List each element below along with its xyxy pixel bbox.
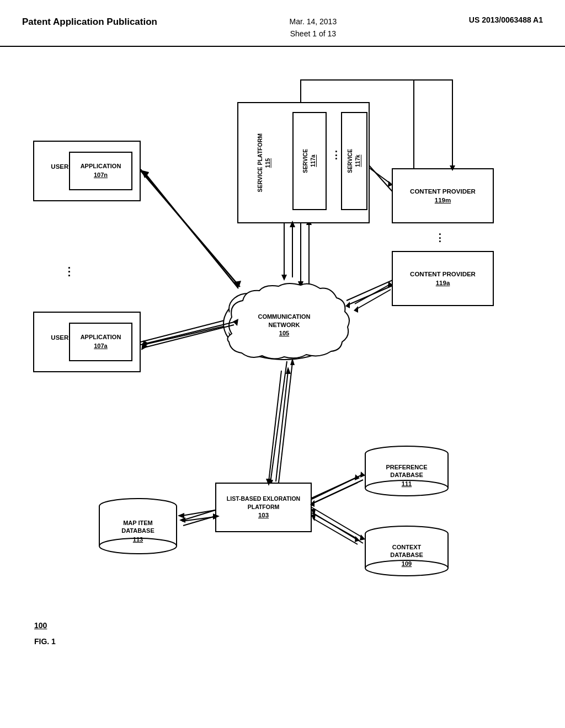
app-top-ref: 107n [94, 172, 108, 178]
svg-line-105 [183, 516, 215, 526]
svg-line-99 [312, 513, 358, 539]
map-item-db-svg: MAP ITEM DATABASE 113 [94, 496, 182, 557]
service-117k-box: SERVICE 117k [341, 112, 367, 210]
preference-db-svg: PREFERENCE DATABASE 111 [359, 444, 455, 499]
lbep-label: LIST-BASED EXLORATION PLATFORM [220, 495, 307, 511]
content-provider-m-box: CONTENT PROVIDER 119m [392, 168, 494, 223]
sheet-info: Mar. 14, 2013 Sheet 1 of 13 [290, 15, 337, 40]
svg-line-85 [145, 173, 238, 288]
svg-text:DATABASE: DATABASE [390, 472, 423, 478]
svg-line-5 [141, 171, 237, 284]
app-bottom-box: APPLICATION 107a [69, 323, 132, 361]
svg-line-83 [141, 169, 236, 285]
app-bottom-label: APPLICATION [81, 333, 121, 341]
fig-label: FIG. 1 [34, 637, 56, 646]
service-platform-text: SERVICE PLATFORM 115 [257, 133, 271, 192]
diagram-area: USER EQUIPMENT (UE) 101n APPLICATION 107… [0, 47, 565, 698]
publication-title: Patent Application Publication [22, 15, 157, 29]
lbep-ref: 103 [258, 512, 269, 518]
content-provider-a-ref: 119a [436, 280, 450, 286]
content-provider-m-label: CONTENT PROVIDER [410, 187, 476, 196]
svg-line-77 [355, 284, 391, 304]
svg-line-81 [370, 168, 391, 184]
svg-line-101 [313, 518, 358, 544]
app-top-box: APPLICATION 107n [69, 152, 132, 190]
service-117a-label: SERVICE 117a [302, 149, 317, 173]
patent-number: US 2013/0063488 A1 [469, 15, 543, 24]
svg-text:105: 105 [279, 330, 289, 336]
svg-line-29 [182, 510, 215, 516]
svg-line-97 [312, 483, 358, 504]
svg-line-91 [269, 371, 281, 481]
svg-marker-80 [354, 306, 358, 313]
svg-text:CONTEXT: CONTEXT [392, 544, 422, 550]
svg-text:MAP ITEM: MAP ITEM [123, 520, 153, 526]
svg-line-15 [348, 284, 396, 305]
svg-line-7 [143, 174, 240, 287]
svg-line-21 [312, 474, 363, 499]
service-platform-label-area: SERVICE PLATFORM 115 [239, 105, 289, 221]
lbep-box: LIST-BASED EXLORATION PLATFORM 103 [215, 483, 312, 532]
svg-line-95 [312, 477, 358, 498]
app-top-label: APPLICATION [81, 162, 121, 170]
dots-content-providers: ⋮ [435, 232, 445, 244]
app-bottom-ref: 107a [94, 342, 107, 349]
svg-marker-8 [142, 171, 149, 178]
content-provider-m-ref: 119m [435, 197, 451, 204]
svg-marker-86 [142, 170, 149, 178]
svg-text:PREFERENCE: PREFERENCE [386, 464, 427, 470]
comm-network-svg: COMMUNICATION NETWORK 105 [215, 279, 353, 370]
sheet-text: Sheet 1 of 13 [290, 29, 336, 38]
svg-text:113: 113 [133, 536, 143, 543]
ref-100: 100 [34, 620, 47, 630]
svg-text:COMMUNICATION: COMMUNICATION [258, 313, 310, 320]
context-db-svg: CONTEXT DATABASE 109 [359, 524, 455, 579]
svg-line-25 [312, 507, 363, 538]
date-text: Mar. 14, 2013 [290, 17, 337, 26]
svg-line-27 [313, 513, 363, 543]
svg-line-31 [182, 517, 215, 521]
svg-line-19 [279, 362, 292, 483]
service-117k-label: SERVICE 117k [347, 149, 362, 173]
content-provider-a-label: CONTENT PROVIDER [410, 270, 476, 279]
svg-line-13 [347, 279, 396, 301]
svg-line-23 [312, 480, 363, 504]
svg-text:111: 111 [402, 480, 412, 487]
content-provider-a-box: CONTENT PROVIDER 119a [392, 251, 494, 306]
svg-text:NETWORK: NETWORK [269, 322, 300, 328]
service-117a-box: SERVICE 117a [292, 112, 327, 210]
svg-line-93 [276, 371, 288, 481]
svg-marker-12 [142, 340, 149, 347]
dots-services: ⋮ [331, 149, 342, 161]
svg-line-79 [356, 290, 391, 309]
svg-line-17 [270, 361, 287, 483]
svg-text:109: 109 [402, 560, 412, 567]
svg-text:DATABASE: DATABASE [390, 552, 423, 558]
svg-line-103 [183, 510, 215, 520]
svg-text:DATABASE: DATABASE [121, 527, 154, 534]
page-header: Patent Application Publication Mar. 14, … [0, 0, 565, 47]
dots-ue: ⋮ [63, 265, 77, 278]
svg-marker-90 [141, 343, 148, 350]
